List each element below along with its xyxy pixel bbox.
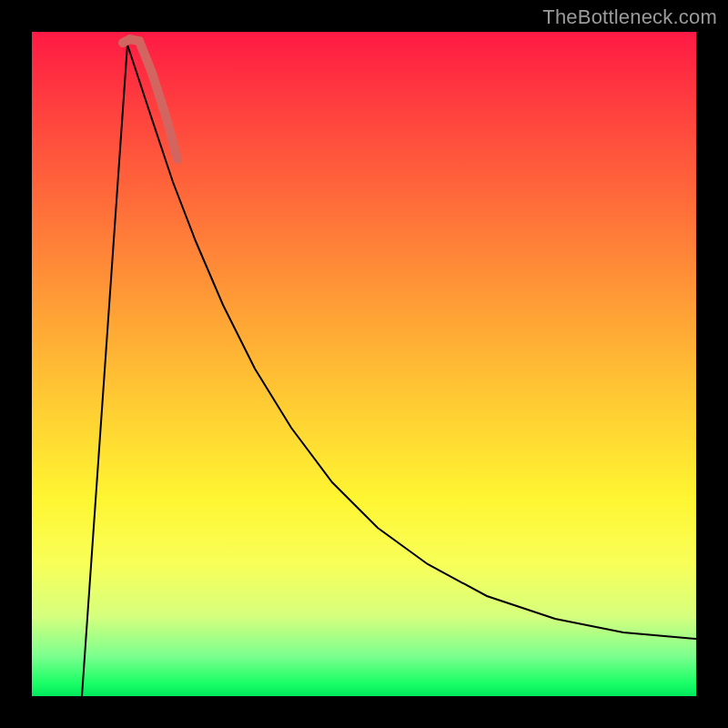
curve-layer [32, 32, 696, 696]
watermark-text: TheBottleneck.com [542, 5, 717, 29]
v-right-curve-line [127, 45, 696, 639]
chart-frame: TheBottleneck.com [0, 0, 728, 728]
gradient-plot-area [32, 32, 696, 696]
v-left-line [82, 45, 127, 696]
